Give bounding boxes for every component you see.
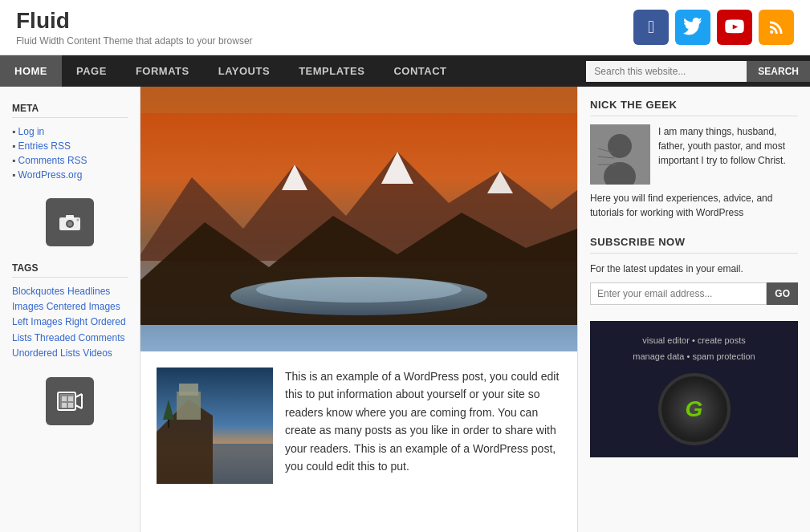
entries-rss-link[interactable]: Entries RSS [12, 139, 128, 153]
site-branding: Fluid Fluid Width Content Theme that ada… [16, 8, 253, 47]
svg-point-21 [256, 277, 462, 303]
nav-item-page[interactable]: PAGE [62, 55, 121, 87]
post-content: This is an example of a WordPress post, … [285, 368, 561, 484]
meta-section: META Log in Entries RSS Comments RSS Wor… [0, 95, 140, 190]
site-header: Fluid Fluid Width Content Theme that ada… [0, 0, 810, 55]
tag-lists-threaded[interactable]: Lists Threaded Comments [12, 331, 125, 346]
search-bar: SEARCH [586, 61, 810, 82]
svg-rect-26 [177, 392, 201, 420]
nick-title: NICK THE GEEK [590, 99, 798, 116]
nav-item-templates[interactable]: TEMPLATES [284, 55, 379, 87]
youtube-icon[interactable] [717, 10, 752, 45]
svg-rect-9 [62, 403, 67, 408]
svg-rect-27 [179, 384, 198, 396]
main-content: This is an example of a WordPress post, … [140, 87, 577, 532]
search-button[interactable]: SEARCH [747, 61, 810, 82]
ad-text: visual editor • create postsmanage data … [633, 333, 755, 365]
tags-section: TAGS Blockquotes Headlines Images Center… [0, 254, 140, 369]
nav-menu: HOME PAGE FORMATS LAYOUTS TEMPLATES CONT… [0, 55, 586, 87]
gravity-logo: G [658, 373, 731, 445]
nick-bio: I am many things, husband, father, youth… [658, 124, 798, 185]
post-thumbnail [157, 368, 273, 484]
subscribe-title: SUBSCRIBE NOW [590, 236, 798, 254]
wordpress-org-link[interactable]: WordPress.org [12, 168, 128, 182]
featured-image [140, 87, 577, 351]
tags-title: TAGS [12, 262, 128, 278]
svg-point-32 [608, 134, 632, 158]
avatar [590, 124, 650, 185]
comments-rss-link[interactable]: Comments RSS [12, 153, 128, 168]
nav-item-formats[interactable]: FORMATS [121, 55, 204, 87]
facebook-icon[interactable]:  [633, 10, 669, 45]
tag-videos[interactable]: Videos [83, 346, 112, 361]
svg-line-11 [75, 394, 82, 397]
meta-title: META [12, 103, 128, 118]
nav-item-home[interactable]: HOME [0, 55, 62, 87]
social-icons:  [633, 10, 794, 45]
search-input[interactable] [586, 61, 747, 82]
subscribe-section: SUBSCRIBE NOW For the latest updates in … [590, 236, 798, 305]
svg-point-4 [77, 219, 79, 221]
svg-rect-3 [66, 215, 74, 218]
tag-images-centered[interactable]: Images Centered Images [12, 299, 120, 315]
rss-icon[interactable] [759, 10, 794, 45]
tag-blockquotes[interactable]: Blockquotes [12, 284, 64, 299]
ad-banner[interactable]: visual editor • create postsmanage data … [590, 321, 798, 457]
tag-left-images[interactable]: Left Images Right [12, 315, 88, 330]
page-wrapper: META Log in Entries RSS Comments RSS Wor… [0, 87, 810, 532]
svg-rect-10 [68, 403, 73, 408]
email-row: GO [590, 282, 798, 305]
site-title: Fluid [16, 8, 253, 34]
tag-headlines[interactable]: Headlines [67, 284, 110, 299]
camera-icon[interactable] [46, 198, 94, 246]
svg-point-2 [67, 221, 72, 226]
subscribe-text: For the latest updates in your email. [590, 262, 798, 276]
nick-description: Here you will find experiences, advice, … [590, 191, 798, 220]
tag-unordered[interactable]: Unordered Lists [12, 346, 80, 361]
site-tagline: Fluid Width Content Theme that adapts to… [16, 35, 253, 47]
right-sidebar: NICK THE GEEK I am many things, husband, [577, 87, 810, 532]
svg-line-12 [75, 405, 82, 408]
nav-item-layouts[interactable]: LAYOUTS [204, 55, 284, 87]
svg-rect-7 [62, 396, 67, 401]
video-icon[interactable] [46, 377, 94, 425]
tag-ordered[interactable]: Ordered [91, 315, 126, 330]
nav-item-contact[interactable]: CONTACT [379, 55, 461, 87]
log-in-link[interactable]: Log in [12, 124, 128, 139]
go-button[interactable]: GO [767, 282, 798, 305]
twitter-icon[interactable] [675, 10, 710, 45]
nick-section: NICK THE GEEK I am many things, husband, [590, 99, 798, 220]
svg-rect-30 [213, 444, 273, 484]
left-sidebar: META Log in Entries RSS Comments RSS Wor… [0, 87, 140, 532]
nick-profile: I am many things, husband, father, youth… [590, 124, 798, 185]
post-area: This is an example of a WordPress post, … [140, 351, 577, 500]
email-input[interactable] [590, 282, 767, 305]
navigation: HOME PAGE FORMATS LAYOUTS TEMPLATES CONT… [0, 55, 810, 87]
svg-rect-8 [68, 396, 73, 401]
